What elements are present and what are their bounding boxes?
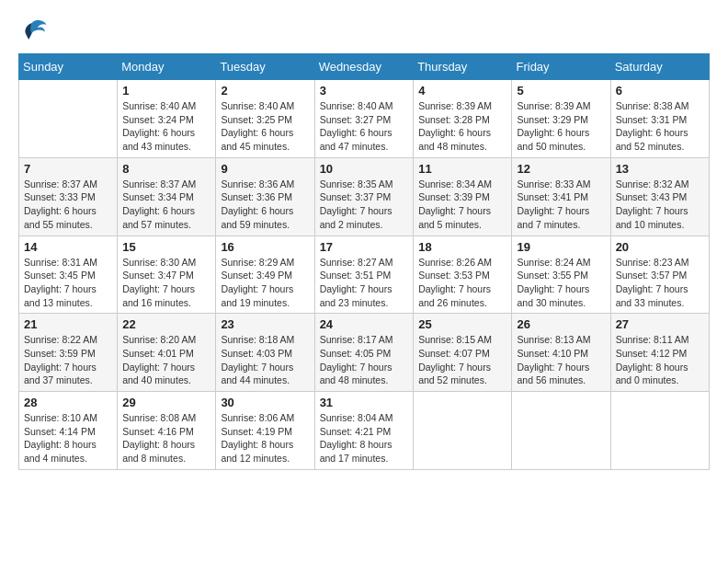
day-cell: 31Sunrise: 8:04 AM Sunset: 4:21 PM Dayli… [314,392,414,470]
day-cell: 22Sunrise: 8:20 AM Sunset: 4:01 PM Dayli… [118,314,216,392]
day-number: 20 [616,240,704,254]
day-number: 18 [418,240,506,254]
day-cell: 11Sunrise: 8:34 AM Sunset: 3:39 PM Dayli… [414,157,512,236]
day-cell: 6Sunrise: 8:38 AM Sunset: 3:31 PM Daylig… [610,80,709,158]
day-number: 23 [221,317,309,331]
day-info: Sunrise: 8:23 AM Sunset: 3:57 PM Dayligh… [616,256,704,310]
day-cell: 21Sunrise: 8:22 AM Sunset: 3:59 PM Dayli… [19,314,118,392]
day-number: 2 [221,84,309,98]
day-cell: 5Sunrise: 8:39 AM Sunset: 3:29 PM Daylig… [512,80,610,158]
day-info: Sunrise: 8:08 AM Sunset: 4:16 PM Dayligh… [122,411,210,465]
day-number: 11 [418,162,506,176]
day-cell: 19Sunrise: 8:24 AM Sunset: 3:55 PM Dayli… [512,236,610,314]
day-cell: 20Sunrise: 8:23 AM Sunset: 3:57 PM Dayli… [610,236,709,314]
weekday-header-wednesday: Wednesday [314,54,414,80]
day-number: 25 [418,317,506,331]
weekday-header-tuesday: Tuesday [216,54,314,80]
day-info: Sunrise: 8:36 AM Sunset: 3:36 PM Dayligh… [221,178,309,232]
day-number: 10 [320,162,409,176]
logo [18,18,51,44]
day-cell: 30Sunrise: 8:06 AM Sunset: 4:19 PM Dayli… [216,392,314,470]
day-cell [414,392,512,470]
week-row-2: 7Sunrise: 8:37 AM Sunset: 3:33 PM Daylig… [19,157,710,236]
day-info: Sunrise: 8:37 AM Sunset: 3:33 PM Dayligh… [24,178,112,232]
day-cell: 4Sunrise: 8:39 AM Sunset: 3:28 PM Daylig… [414,80,512,158]
day-number: 15 [122,240,210,254]
day-cell: 17Sunrise: 8:27 AM Sunset: 3:51 PM Dayli… [314,236,414,314]
day-cell: 12Sunrise: 8:33 AM Sunset: 3:41 PM Dayli… [512,157,610,236]
day-number: 21 [24,317,112,331]
day-number: 28 [24,396,112,409]
day-number: 24 [320,317,409,331]
day-info: Sunrise: 8:04 AM Sunset: 4:21 PM Dayligh… [320,411,409,465]
day-info: Sunrise: 8:24 AM Sunset: 3:55 PM Dayligh… [517,256,605,310]
day-cell: 28Sunrise: 8:10 AM Sunset: 4:14 PM Dayli… [19,392,118,470]
day-cell [512,392,610,470]
day-number: 14 [24,240,112,254]
day-cell: 3Sunrise: 8:40 AM Sunset: 3:27 PM Daylig… [314,80,414,158]
day-info: Sunrise: 8:11 AM Sunset: 4:12 PM Dayligh… [616,333,704,387]
day-number: 1 [122,84,210,98]
weekday-header-row: SundayMondayTuesdayWednesdayThursdayFrid… [19,54,710,80]
day-cell: 16Sunrise: 8:29 AM Sunset: 3:49 PM Dayli… [216,236,314,314]
day-cell: 1Sunrise: 8:40 AM Sunset: 3:24 PM Daylig… [118,80,216,158]
day-cell: 25Sunrise: 8:15 AM Sunset: 4:07 PM Dayli… [414,314,512,392]
day-number: 22 [122,317,210,331]
day-info: Sunrise: 8:20 AM Sunset: 4:01 PM Dayligh… [122,333,210,387]
day-cell [19,80,118,158]
day-info: Sunrise: 8:31 AM Sunset: 3:45 PM Dayligh… [24,256,112,310]
day-cell: 23Sunrise: 8:18 AM Sunset: 4:03 PM Dayli… [216,314,314,392]
day-info: Sunrise: 8:37 AM Sunset: 3:34 PM Dayligh… [122,178,210,232]
day-cell: 26Sunrise: 8:13 AM Sunset: 4:10 PM Dayli… [512,314,610,392]
day-cell: 24Sunrise: 8:17 AM Sunset: 4:05 PM Dayli… [314,314,414,392]
logo-icon [18,18,48,44]
page-header [18,18,710,44]
day-cell: 2Sunrise: 8:40 AM Sunset: 3:25 PM Daylig… [216,80,314,158]
day-number: 4 [418,84,506,98]
day-cell: 29Sunrise: 8:08 AM Sunset: 4:16 PM Dayli… [118,392,216,470]
day-number: 16 [221,240,309,254]
week-row-1: 1Sunrise: 8:40 AM Sunset: 3:24 PM Daylig… [19,80,710,158]
day-info: Sunrise: 8:34 AM Sunset: 3:39 PM Dayligh… [418,178,506,232]
day-number: 8 [122,162,210,176]
day-info: Sunrise: 8:39 AM Sunset: 3:28 PM Dayligh… [418,99,506,154]
day-info: Sunrise: 8:33 AM Sunset: 3:41 PM Dayligh… [517,178,605,232]
day-number: 19 [517,240,605,254]
day-cell: 18Sunrise: 8:26 AM Sunset: 3:53 PM Dayli… [414,236,512,314]
week-row-3: 14Sunrise: 8:31 AM Sunset: 3:45 PM Dayli… [19,236,710,314]
day-info: Sunrise: 8:38 AM Sunset: 3:31 PM Dayligh… [616,99,704,154]
day-info: Sunrise: 8:06 AM Sunset: 4:19 PM Dayligh… [221,411,309,465]
day-info: Sunrise: 8:39 AM Sunset: 3:29 PM Dayligh… [517,99,605,154]
day-info: Sunrise: 8:40 AM Sunset: 3:24 PM Dayligh… [122,99,210,154]
day-number: 13 [616,162,704,176]
weekday-header-saturday: Saturday [610,54,709,80]
day-info: Sunrise: 8:18 AM Sunset: 4:03 PM Dayligh… [221,333,309,387]
week-row-4: 21Sunrise: 8:22 AM Sunset: 3:59 PM Dayli… [19,314,710,392]
day-number: 30 [221,396,309,409]
weekday-header-thursday: Thursday [414,54,512,80]
day-cell: 8Sunrise: 8:37 AM Sunset: 3:34 PM Daylig… [118,157,216,236]
day-info: Sunrise: 8:22 AM Sunset: 3:59 PM Dayligh… [24,333,112,387]
day-info: Sunrise: 8:13 AM Sunset: 4:10 PM Dayligh… [517,333,605,387]
day-info: Sunrise: 8:32 AM Sunset: 3:43 PM Dayligh… [616,178,704,232]
day-info: Sunrise: 8:15 AM Sunset: 4:07 PM Dayligh… [418,333,506,387]
day-info: Sunrise: 8:29 AM Sunset: 3:49 PM Dayligh… [221,256,309,310]
day-number: 27 [616,317,704,331]
day-info: Sunrise: 8:26 AM Sunset: 3:53 PM Dayligh… [418,256,506,310]
day-number: 6 [616,84,704,98]
day-cell: 15Sunrise: 8:30 AM Sunset: 3:47 PM Dayli… [118,236,216,314]
day-cell: 7Sunrise: 8:37 AM Sunset: 3:33 PM Daylig… [19,157,118,236]
day-number: 5 [517,84,605,98]
day-info: Sunrise: 8:17 AM Sunset: 4:05 PM Dayligh… [320,333,409,387]
day-number: 29 [122,396,210,409]
weekday-header-monday: Monday [118,54,216,80]
day-cell: 9Sunrise: 8:36 AM Sunset: 3:36 PM Daylig… [216,157,314,236]
day-cell: 10Sunrise: 8:35 AM Sunset: 3:37 PM Dayli… [314,157,414,236]
day-info: Sunrise: 8:40 AM Sunset: 3:25 PM Dayligh… [221,99,309,154]
day-cell [610,392,709,470]
day-info: Sunrise: 8:27 AM Sunset: 3:51 PM Dayligh… [320,256,409,310]
weekday-header-friday: Friday [512,54,610,80]
day-number: 12 [517,162,605,176]
calendar-table: SundayMondayTuesdayWednesdayThursdayFrid… [18,53,710,470]
day-cell: 27Sunrise: 8:11 AM Sunset: 4:12 PM Dayli… [610,314,709,392]
